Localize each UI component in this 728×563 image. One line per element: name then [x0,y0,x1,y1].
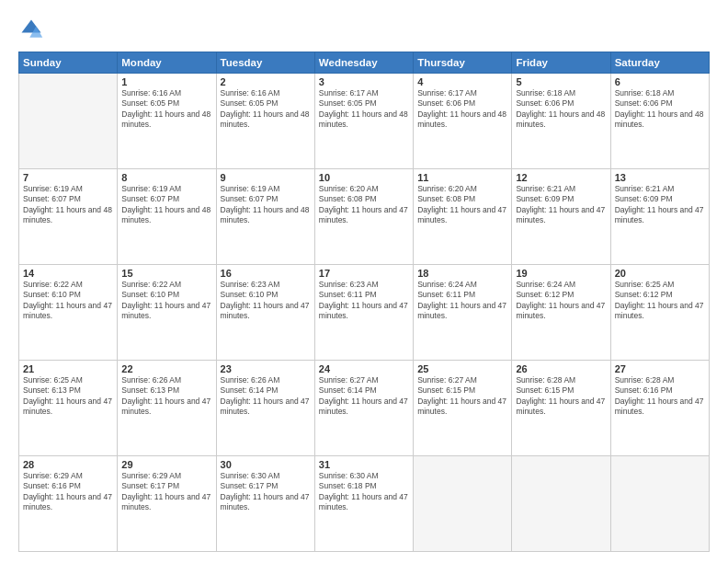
day-number: 15 [121,268,211,279]
calendar-cell: 18Sunrise: 6:24 AMSunset: 6:11 PMDayligh… [414,265,512,361]
day-number: 6 [615,76,705,87]
day-number: 7 [23,172,113,183]
day-number: 16 [221,268,311,279]
day-number: 3 [319,76,409,87]
day-info: Sunrise: 6:30 AMSunset: 6:17 PMDaylight:… [221,471,311,513]
calendar-header-row: SundayMondayTuesdayWednesdayThursdayFrid… [19,52,710,74]
calendar-cell: 7Sunrise: 6:19 AMSunset: 6:07 PMDaylight… [19,169,118,265]
day-number: 21 [23,363,113,374]
calendar-cell: 31Sunrise: 6:30 AMSunset: 6:18 PMDayligh… [314,456,413,552]
day-info: Sunrise: 6:21 AMSunset: 6:09 PMDaylight:… [516,184,606,226]
calendar-cell: 8Sunrise: 6:19 AMSunset: 6:07 PMDaylight… [118,169,216,265]
day-number: 26 [516,363,606,374]
day-number: 12 [516,172,606,183]
calendar-cell: 5Sunrise: 6:18 AMSunset: 6:06 PMDaylight… [512,74,610,169]
day-number: 25 [417,363,507,374]
day-number: 9 [221,172,311,183]
day-number: 10 [319,172,409,183]
day-info: Sunrise: 6:20 AMSunset: 6:08 PMDaylight:… [319,184,409,226]
calendar-cell: 22Sunrise: 6:26 AMSunset: 6:13 PMDayligh… [118,361,216,456]
day-info: Sunrise: 6:19 AMSunset: 6:07 PMDaylight:… [221,184,311,226]
day-number: 29 [121,459,211,470]
day-number: 5 [516,76,606,87]
day-number: 24 [319,363,409,374]
calendar-cell: 20Sunrise: 6:25 AMSunset: 6:12 PMDayligh… [610,265,709,361]
day-number: 27 [615,363,705,374]
day-number: 28 [23,459,113,470]
calendar-cell: 1Sunrise: 6:16 AMSunset: 6:05 PMDaylight… [118,74,216,169]
calendar-cell: 12Sunrise: 6:21 AMSunset: 6:09 PMDayligh… [512,169,610,265]
day-number: 22 [121,363,211,374]
calendar-cell: 25Sunrise: 6:27 AMSunset: 6:15 PMDayligh… [414,361,512,456]
weekday-header-saturday: Saturday [610,52,709,74]
day-info: Sunrise: 6:23 AMSunset: 6:11 PMDaylight:… [319,280,409,322]
day-info: Sunrise: 6:17 AMSunset: 6:06 PMDaylight:… [417,88,507,131]
calendar-cell: 17Sunrise: 6:23 AMSunset: 6:11 PMDayligh… [314,265,413,361]
calendar-cell: 2Sunrise: 6:16 AMSunset: 6:05 PMDaylight… [216,74,314,169]
calendar-cell [414,456,512,552]
calendar-cell [610,456,709,552]
calendar-cell [512,456,610,552]
day-info: Sunrise: 6:30 AMSunset: 6:18 PMDaylight:… [319,471,409,513]
day-info: Sunrise: 6:24 AMSunset: 6:11 PMDaylight:… [417,280,507,322]
day-info: Sunrise: 6:16 AMSunset: 6:05 PMDaylight:… [221,88,311,131]
calendar-cell: 23Sunrise: 6:26 AMSunset: 6:14 PMDayligh… [216,361,314,456]
day-number: 8 [121,172,211,183]
weekday-header-friday: Friday [512,52,610,74]
calendar-cell: 30Sunrise: 6:30 AMSunset: 6:17 PMDayligh… [216,456,314,552]
logo [18,17,48,42]
calendar-cell: 6Sunrise: 6:18 AMSunset: 6:06 PMDaylight… [610,74,709,169]
day-info: Sunrise: 6:19 AMSunset: 6:07 PMDaylight:… [121,184,211,226]
day-info: Sunrise: 6:25 AMSunset: 6:12 PMDaylight:… [615,280,705,322]
calendar-cell: 10Sunrise: 6:20 AMSunset: 6:08 PMDayligh… [314,169,413,265]
day-number: 23 [221,363,311,374]
calendar-cell: 28Sunrise: 6:29 AMSunset: 6:16 PMDayligh… [19,456,118,552]
day-number: 4 [417,76,507,87]
calendar-cell: 29Sunrise: 6:29 AMSunset: 6:17 PMDayligh… [118,456,216,552]
day-number: 2 [221,76,311,87]
calendar-week-row: 21Sunrise: 6:25 AMSunset: 6:13 PMDayligh… [19,361,710,456]
day-number: 11 [417,172,507,183]
day-info: Sunrise: 6:17 AMSunset: 6:05 PMDaylight:… [319,88,409,131]
weekday-header-tuesday: Tuesday [216,52,314,74]
day-info: Sunrise: 6:25 AMSunset: 6:13 PMDaylight:… [23,375,113,418]
day-info: Sunrise: 6:20 AMSunset: 6:08 PMDaylight:… [417,184,507,226]
calendar-table: SundayMondayTuesdayWednesdayThursdayFrid… [18,52,710,552]
day-info: Sunrise: 6:18 AMSunset: 6:06 PMDaylight:… [615,88,705,131]
day-number: 13 [615,172,705,183]
day-number: 14 [23,268,113,279]
day-number: 17 [319,268,409,279]
day-info: Sunrise: 6:27 AMSunset: 6:15 PMDaylight:… [417,375,507,418]
day-info: Sunrise: 6:22 AMSunset: 6:10 PMDaylight:… [23,280,113,322]
calendar-cell: 19Sunrise: 6:24 AMSunset: 6:12 PMDayligh… [512,265,610,361]
header [18,17,710,42]
page: SundayMondayTuesdayWednesdayThursdayFrid… [0,0,728,563]
calendar-cell: 24Sunrise: 6:27 AMSunset: 6:14 PMDayligh… [314,361,413,456]
weekday-header-sunday: Sunday [19,52,118,74]
day-info: Sunrise: 6:27 AMSunset: 6:14 PMDaylight:… [319,375,409,418]
weekday-header-wednesday: Wednesday [314,52,413,74]
calendar-cell: 16Sunrise: 6:23 AMSunset: 6:10 PMDayligh… [216,265,314,361]
day-info: Sunrise: 6:18 AMSunset: 6:06 PMDaylight:… [516,88,606,131]
day-number: 19 [516,268,606,279]
day-number: 1 [121,76,211,87]
day-info: Sunrise: 6:19 AMSunset: 6:07 PMDaylight:… [23,184,113,226]
calendar-cell: 11Sunrise: 6:20 AMSunset: 6:08 PMDayligh… [414,169,512,265]
calendar-week-row: 7Sunrise: 6:19 AMSunset: 6:07 PMDaylight… [19,169,710,265]
day-number: 18 [417,268,507,279]
calendar-cell: 27Sunrise: 6:28 AMSunset: 6:16 PMDayligh… [610,361,709,456]
calendar-cell [19,74,118,169]
calendar-cell: 9Sunrise: 6:19 AMSunset: 6:07 PMDaylight… [216,169,314,265]
calendar-cell: 21Sunrise: 6:25 AMSunset: 6:13 PMDayligh… [19,361,118,456]
calendar-cell: 4Sunrise: 6:17 AMSunset: 6:06 PMDaylight… [414,74,512,169]
day-info: Sunrise: 6:21 AMSunset: 6:09 PMDaylight:… [615,184,705,226]
calendar-week-row: 1Sunrise: 6:16 AMSunset: 6:05 PMDaylight… [19,74,710,169]
weekday-header-thursday: Thursday [414,52,512,74]
calendar-cell: 3Sunrise: 6:17 AMSunset: 6:05 PMDaylight… [314,74,413,169]
day-info: Sunrise: 6:26 AMSunset: 6:14 PMDaylight:… [221,375,311,418]
day-info: Sunrise: 6:16 AMSunset: 6:05 PMDaylight:… [121,88,211,131]
day-info: Sunrise: 6:29 AMSunset: 6:17 PMDaylight:… [121,471,211,513]
calendar-week-row: 28Sunrise: 6:29 AMSunset: 6:16 PMDayligh… [19,456,710,552]
day-info: Sunrise: 6:29 AMSunset: 6:16 PMDaylight:… [23,471,113,513]
day-info: Sunrise: 6:28 AMSunset: 6:16 PMDaylight:… [615,375,705,418]
